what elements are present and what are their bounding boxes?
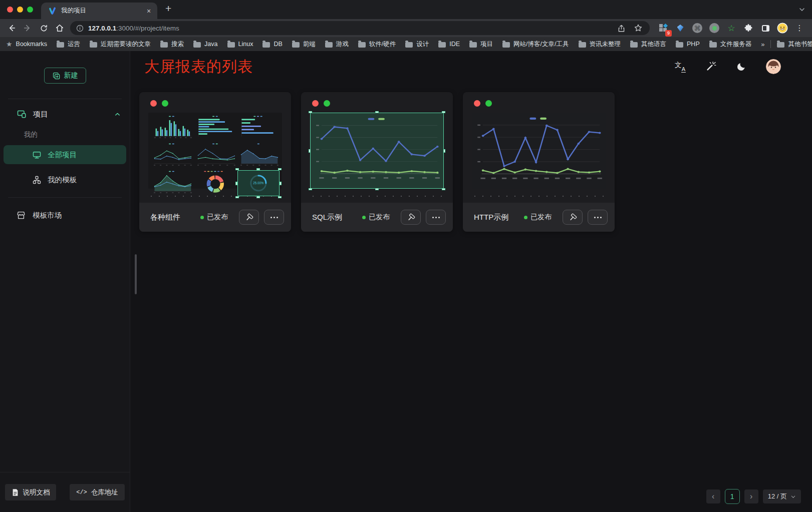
mini-chart-tile <box>151 115 193 141</box>
browser-menu-icon[interactable]: ⋮ <box>794 23 805 34</box>
tab-search-chevron-icon[interactable] <box>798 6 805 13</box>
bookmark-folder[interactable]: PHP <box>676 41 700 48</box>
bookmark-folder[interactable]: DB <box>262 41 282 48</box>
scrollbar-thumb[interactable] <box>135 254 137 294</box>
status-dot-icon <box>200 216 204 219</box>
close-window-button[interactable] <box>7 7 13 13</box>
extension-gem-icon[interactable] <box>675 23 686 34</box>
back-icon[interactable] <box>4 21 19 35</box>
bookmark-folder[interactable]: 近期需要读的文章 <box>90 40 151 49</box>
project-name: 各种组件 <box>150 213 200 222</box>
docs-button[interactable]: 说明文档 <box>5 484 56 500</box>
project-card-http[interactable]: HTTP示例 已发布 <box>463 92 615 232</box>
status-dot-icon <box>524 216 527 219</box>
repo-button[interactable]: </> 仓库地址 <box>70 484 125 500</box>
bookmark-folder[interactable]: 软件/硬件 <box>358 40 396 49</box>
sidebar-section-project[interactable]: 项目 <box>0 103 130 125</box>
edit-hammer-button[interactable] <box>401 210 421 225</box>
bookmarks-root[interactable]: ★Bookmarks <box>6 40 47 48</box>
dotted-separator <box>308 195 446 198</box>
user-avatar[interactable] <box>766 59 781 74</box>
browser-tab[interactable]: 我的项目 × <box>41 3 157 19</box>
prev-page-button[interactable]: ‹ <box>706 489 720 503</box>
side-panel-icon[interactable] <box>760 23 771 34</box>
more-options-button[interactable] <box>588 210 608 225</box>
folder-icon <box>502 42 510 48</box>
more-options-button[interactable] <box>264 210 284 225</box>
bookmark-folder[interactable]: 资讯未整理 <box>579 40 621 49</box>
extension-record-icon[interactable] <box>709 23 720 34</box>
current-page-button[interactable]: 1 <box>725 489 740 504</box>
bookmark-star-icon[interactable] <box>634 24 643 33</box>
extension-command-icon[interactable]: ⌘ <box>692 23 703 34</box>
folder-icon <box>57 42 64 48</box>
home-icon[interactable] <box>52 21 67 35</box>
sidebar-item-template-market[interactable]: 模板市场 <box>0 206 130 225</box>
tab-close-icon[interactable]: × <box>144 7 153 16</box>
edit-hammer-button[interactable] <box>239 210 259 225</box>
publish-status: 已发布 <box>200 213 228 222</box>
bookmark-folder[interactable]: 运营 <box>57 40 80 49</box>
card-red-dot <box>150 100 157 107</box>
dashboard-thumbnail: 25.00% <box>148 113 282 189</box>
bookmarks-bar: ★Bookmarks 运营 近期需要读的文章 搜索 Java Linux DB … <box>0 37 812 51</box>
sidebar-divider <box>8 99 122 99</box>
forward-icon[interactable] <box>20 21 35 35</box>
new-project-button[interactable]: 新建 <box>44 68 86 84</box>
extension-star-icon[interactable]: ☆ <box>726 23 737 34</box>
card-preview-thumbnail[interactable] <box>310 113 444 189</box>
chevron-up-icon <box>114 111 121 118</box>
bookmark-folder[interactable]: 项目 <box>469 40 493 49</box>
bookmark-folder[interactable]: 游戏 <box>325 40 349 49</box>
share-icon[interactable] <box>617 24 626 33</box>
extension-grid-icon[interactable]: 9 <box>658 23 669 34</box>
bookmark-folder[interactable]: 前端 <box>292 40 316 49</box>
project-card-various[interactable]: 25.00% 各种组件 已发布 <box>139 92 291 232</box>
bookmark-folder[interactable]: 其他语言 <box>630 40 666 49</box>
ellipsis-icon <box>432 217 440 218</box>
extensions-puzzle-icon[interactable] <box>743 23 754 34</box>
copy-plus-icon <box>52 72 61 80</box>
project-name: SQL示例 <box>312 213 362 222</box>
bookmarks-overflow-chevron[interactable]: » <box>761 41 764 48</box>
card-preview-thumbnail[interactable]: 25.00% <box>148 113 282 189</box>
selection-handle <box>309 111 312 113</box>
tab-strip: 我的项目 × + <box>0 0 812 19</box>
next-page-button[interactable]: › <box>744 489 758 503</box>
folder-icon <box>160 42 168 48</box>
screens-icon <box>17 109 27 119</box>
ellipsis-icon <box>270 217 278 218</box>
profile-avatar-icon[interactable] <box>777 23 788 34</box>
url-text: 127.0.0.1:3000/#/project/items <box>88 25 179 32</box>
bookmark-folder[interactable]: Linux <box>227 41 253 48</box>
address-bar[interactable]: 127.0.0.1:3000/#/project/items <box>70 21 650 35</box>
reload-icon[interactable] <box>36 21 51 35</box>
other-bookmarks[interactable]: 其他书签 <box>777 40 812 49</box>
project-card-sql[interactable]: SQL示例 已发布 <box>301 92 453 232</box>
bookmark-folder[interactable]: 设计 <box>405 40 429 49</box>
page-size-select[interactable]: 12 / 页 <box>763 489 801 503</box>
hammer-icon <box>245 213 253 222</box>
magic-wand-icon[interactable] <box>705 61 717 73</box>
edit-hammer-button[interactable] <box>563 210 583 225</box>
bookmark-folder[interactable]: 网站/博客/文章/工具 <box>502 40 569 49</box>
more-options-button[interactable] <box>426 210 446 225</box>
new-tab-button[interactable]: + <box>165 3 171 14</box>
site-info-icon[interactable] <box>76 25 84 32</box>
bookmark-folder[interactable]: 搜索 <box>160 40 184 49</box>
zoom-window-button[interactable] <box>27 7 33 13</box>
mini-chart-tile: 25.00% <box>237 170 280 196</box>
bookmark-folder[interactable]: IDE <box>438 41 460 48</box>
tab-title: 我的项目 <box>61 7 140 15</box>
bookmark-folder[interactable]: Java <box>193 41 217 48</box>
sidebar-item-my-templates[interactable]: 我的模板 <box>4 170 126 189</box>
language-toggle-icon[interactable]: 文A <box>674 61 686 73</box>
dark-mode-moon-icon[interactable] <box>735 61 747 73</box>
minimize-window-button[interactable] <box>17 7 23 13</box>
bookmarks-divider <box>770 40 771 48</box>
folder-icon <box>292 42 300 48</box>
bookmark-folder[interactable]: 文件服务器 <box>709 40 752 49</box>
card-preview-thumbnail[interactable] <box>472 113 606 189</box>
selection-handle <box>278 196 282 198</box>
sidebar-item-all-projects[interactable]: 全部项目 <box>4 145 126 164</box>
